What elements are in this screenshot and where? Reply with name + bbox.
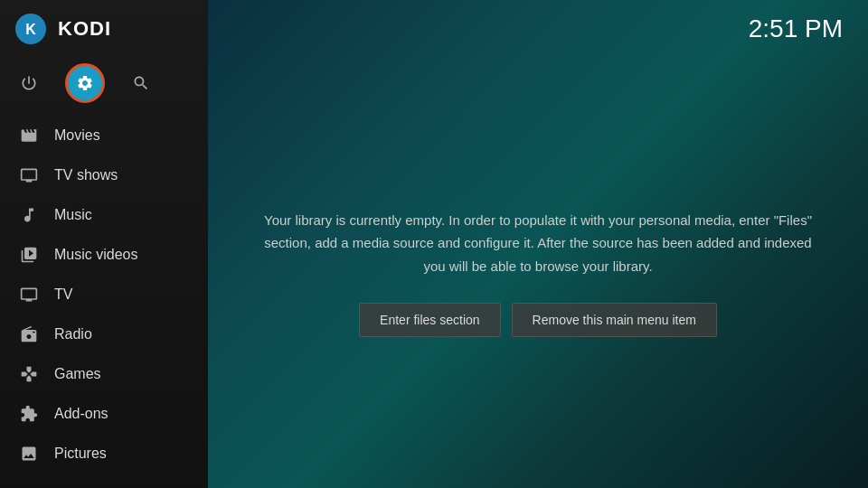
games-label: Games [54, 366, 101, 382]
tv-label: TV [54, 286, 72, 303]
enter-files-button[interactable]: Enter files section [359, 303, 501, 337]
sidebar-item-tv-shows[interactable]: TV shows [0, 155, 208, 195]
kodi-title: KODI [58, 17, 111, 41]
remove-menu-item-button[interactable]: Remove this main menu item [512, 303, 717, 337]
add-ons-icon [18, 403, 40, 425]
content-area: Your library is currently empty. In orde… [208, 58, 868, 488]
movies-label: Movies [54, 127, 100, 144]
add-ons-label: Add-ons [54, 406, 108, 422]
power-button[interactable] [9, 63, 49, 103]
music-videos-icon [18, 244, 40, 266]
sidebar-item-music[interactable]: Music [0, 195, 208, 235]
sidebar-icons-row [0, 58, 208, 116]
kodi-logo-icon: K [14, 13, 47, 45]
radio-icon [18, 324, 40, 345]
top-bar: 2:51 PM [208, 0, 868, 58]
sidebar-item-add-ons[interactable]: Add-ons [0, 394, 208, 434]
sidebar-header: K KODI [0, 0, 208, 58]
settings-button[interactable] [65, 63, 105, 103]
tv-shows-label: TV shows [54, 167, 118, 183]
action-buttons: Enter files section Remove this main men… [262, 303, 814, 337]
tv-shows-icon [18, 164, 40, 186]
app-container: K KODI Movies [0, 0, 868, 488]
music-icon [18, 204, 40, 226]
nav-list: Movies TV shows Music Music videos [0, 116, 208, 488]
main-content: 2:51 PM Your library is currently empty.… [208, 0, 868, 488]
sidebar-item-games[interactable]: Games [0, 354, 208, 394]
pictures-label: Pictures [54, 446, 107, 462]
empty-library-message: Your library is currently empty. In orde… [262, 209, 814, 278]
sidebar-item-music-videos[interactable]: Music videos [0, 235, 208, 275]
svg-text:K: K [25, 22, 36, 37]
movies-icon [18, 125, 40, 146]
radio-label: Radio [54, 326, 92, 343]
sidebar-item-radio[interactable]: Radio [0, 314, 208, 354]
tv-icon [18, 284, 40, 305]
music-label: Music [54, 207, 92, 223]
sidebar-item-pictures[interactable]: Pictures [0, 434, 208, 474]
empty-library-box: Your library is currently empty. In orde… [262, 209, 814, 338]
music-videos-label: Music videos [54, 247, 137, 263]
time-display: 2:51 PM [749, 14, 843, 43]
search-button[interactable] [121, 63, 161, 103]
pictures-icon [18, 443, 40, 465]
games-icon [18, 363, 40, 385]
sidebar: K KODI Movies [0, 0, 208, 488]
sidebar-item-movies[interactable]: Movies [0, 116, 208, 155]
sidebar-item-tv[interactable]: TV [0, 275, 208, 314]
